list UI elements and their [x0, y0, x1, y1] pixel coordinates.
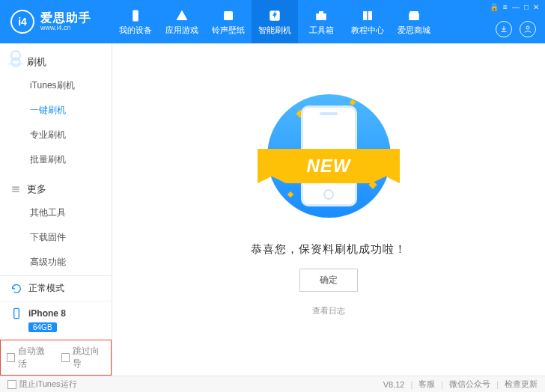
header-actions — [496, 21, 536, 37]
maximize-icon[interactable]: □ — [524, 3, 529, 11]
nav-ringtones[interactable]: 铃声壁纸 — [205, 0, 252, 43]
refresh-icon — [10, 283, 22, 295]
sidebar-item-other-tools[interactable]: 其他工具 — [0, 200, 112, 225]
storage-badge: 64GB — [28, 322, 57, 332]
more-icon — [10, 184, 21, 195]
nav-label: 我的设备 — [119, 25, 152, 36]
phone-icon — [10, 57, 21, 67]
toolbox-icon — [314, 8, 329, 23]
download-button[interactable] — [496, 21, 512, 37]
check-update-link[interactable]: 检查更新 — [505, 379, 538, 390]
user-button[interactable] — [520, 21, 536, 37]
nav-label: 铃声壁纸 — [212, 25, 245, 36]
top-nav: 我的设备 应用游戏 铃声壁纸 智能刷机 工具箱 教程中心 爱思商城 — [112, 0, 437, 43]
nav-label: 爱思商城 — [398, 25, 430, 36]
nav-my-device[interactable]: 我的设备 — [112, 0, 159, 43]
skip-wizard-checkbox[interactable]: 跳过向导 — [61, 345, 106, 370]
sidebar: 刷机 iTunes刷机 一键刷机 专业刷机 批量刷机 更多 其他工具 下载固件 … — [0, 43, 112, 376]
ok-button[interactable]: 确定 — [299, 269, 358, 292]
auto-activate-checkbox[interactable]: 自动激活 — [7, 345, 51, 370]
checkbox-label: 跳过向导 — [73, 345, 105, 370]
svg-rect-10 — [14, 308, 19, 318]
sidebar-item-download-firmware[interactable]: 下载固件 — [0, 225, 112, 250]
logo-icon: i4 — [10, 10, 34, 34]
logo-area: i4 爱思助手 www.i4.cn — [0, 10, 112, 34]
footer-bar: 阻止iTunes运行 V8.12| 客服| 微信公众号| 检查更新 — [0, 376, 545, 392]
flash-icon — [267, 8, 282, 23]
device-icon — [10, 307, 22, 319]
svg-rect-4 — [319, 11, 323, 13]
checkbox-label: 阻止iTunes运行 — [19, 379, 77, 390]
support-link[interactable]: 客服 — [418, 379, 435, 390]
wechat-link[interactable]: 微信公众号 — [449, 379, 490, 390]
close-icon[interactable]: ✕ — [533, 3, 539, 11]
apps-icon — [174, 8, 189, 23]
checkbox-label: 自动激活 — [18, 345, 50, 370]
app-header: i4 爱思助手 www.i4.cn 我的设备 应用游戏 铃声壁纸 智能刷机 工具… — [0, 0, 545, 43]
svg-point-5 — [526, 26, 529, 29]
nav-label: 智能刷机 — [258, 25, 291, 36]
view-log-link[interactable]: 查看日志 — [312, 305, 345, 316]
nav-toolbox[interactable]: 工具箱 — [298, 0, 344, 43]
nav-tutorials[interactable]: 教程中心 — [344, 0, 391, 43]
group-title: 刷机 — [27, 55, 46, 69]
block-itunes-checkbox[interactable]: 阻止iTunes运行 — [7, 379, 77, 390]
sidebar-item-oneclick-flash[interactable]: 一键刷机 — [0, 98, 112, 123]
content-pane: NEW 恭喜您，保资料刷机成功啦！ 确定 查看日志 — [112, 43, 545, 376]
version-label: V8.12 — [383, 380, 405, 389]
nav-label: 教程中心 — [351, 25, 384, 36]
menu-icon[interactable]: ≡ — [503, 3, 508, 11]
svg-rect-3 — [316, 13, 326, 20]
lock-icon[interactable]: 🔒 — [490, 3, 499, 11]
mode-label: 正常模式 — [28, 282, 64, 295]
brand-url: www.i4.cn — [40, 25, 91, 32]
sidebar-item-pro-flash[interactable]: 专业刷机 — [0, 123, 112, 147]
sidebar-item-batch-flash[interactable]: 批量刷机 — [0, 147, 112, 172]
nav-flash[interactable]: 智能刷机 — [252, 0, 298, 43]
nav-label: 应用游戏 — [165, 25, 198, 36]
window-controls: 🔒 ≡ — □ ✕ — [490, 3, 539, 11]
success-illustration: NEW — [250, 88, 407, 223]
options-red-box: 自动激活 跳过向导 — [0, 340, 112, 376]
minimize-icon[interactable]: — — [512, 3, 520, 11]
success-message: 恭喜您，保资料刷机成功啦！ — [251, 242, 407, 257]
brand-name: 爱思助手 — [40, 11, 91, 25]
checkbox-icon — [7, 353, 15, 362]
new-ribbon: NEW — [258, 149, 400, 183]
book-icon — [360, 8, 375, 23]
svg-rect-0 — [133, 10, 138, 21]
nav-store[interactable]: 爱思商城 — [391, 0, 437, 43]
store-icon — [407, 8, 421, 23]
sidebar-group-more: 更多 — [0, 178, 112, 200]
svg-rect-1 — [224, 11, 233, 20]
svg-rect-6 — [16, 64, 16, 65]
device-row[interactable]: iPhone 8 64GB — [0, 301, 112, 340]
checkbox-icon — [7, 380, 16, 389]
group-title: 更多 — [27, 183, 46, 196]
ringtone-icon — [221, 8, 236, 23]
checkbox-icon — [61, 353, 70, 362]
mode-row[interactable]: 正常模式 — [0, 276, 112, 301]
nav-apps[interactable]: 应用游戏 — [159, 0, 205, 43]
device-icon — [128, 8, 143, 23]
sidebar-group-flash: 刷机 — [0, 51, 112, 73]
sidebar-item-itunes-flash[interactable]: iTunes刷机 — [0, 73, 112, 98]
ribbon-text: NEW — [307, 156, 351, 177]
nav-label: 工具箱 — [309, 25, 334, 36]
sidebar-item-advanced[interactable]: 高级功能 — [0, 250, 112, 275]
device-name: iPhone 8 — [28, 308, 66, 319]
